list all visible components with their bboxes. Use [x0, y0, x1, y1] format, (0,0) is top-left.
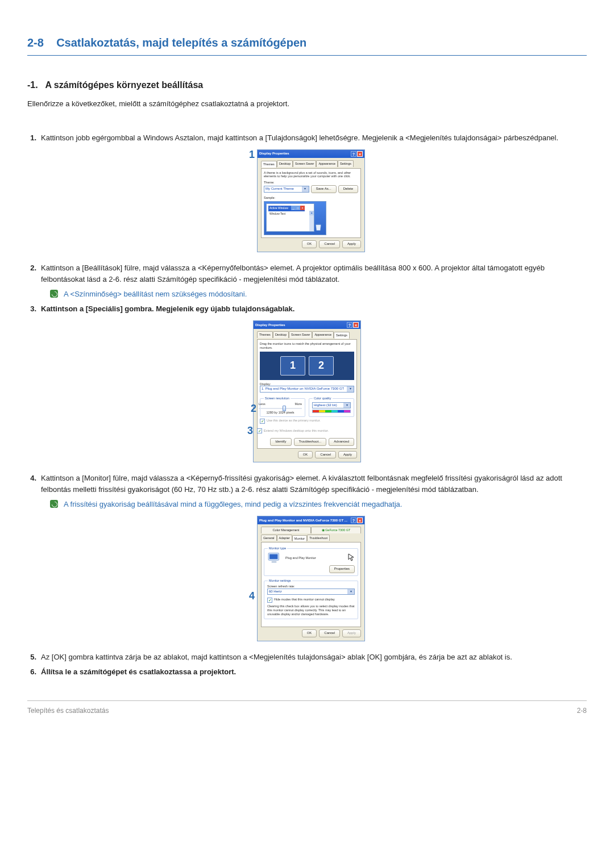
callout-4: 4 — [249, 591, 255, 601]
monitor-2[interactable]: 2 — [309, 356, 334, 375]
monitor-type-title: Monitor type — [268, 546, 287, 551]
extend-checkbox[interactable]: ✓ — [257, 428, 262, 433]
refresh-rate-select[interactable]: 60 Hertz ▾ — [267, 589, 355, 595]
close-icon: × — [300, 206, 305, 210]
save-as-button[interactable]: Save As... — [311, 185, 337, 193]
tab-settings[interactable]: Settings — [338, 160, 354, 167]
identify-button[interactable]: Identify — [270, 438, 291, 445]
display-select[interactable]: 1. Plug and Play Monitor on NVIDIA GeFor… — [260, 386, 354, 392]
preview-window-text: Window Text — [269, 212, 285, 216]
tab-settings[interactable]: Settings — [334, 332, 350, 339]
step-text: Kattintson jobb egérgombbal a Windows As… — [41, 132, 587, 144]
ok-button[interactable]: OK — [302, 629, 317, 637]
close-icon[interactable]: × — [357, 151, 363, 157]
chevron-down-icon: ▾ — [302, 186, 309, 191]
page-footer: Telepítés és csatlakoztatás 2-8 — [27, 700, 587, 716]
dialog-tabs: Themes Desktop Screen Saver Appearance S… — [261, 160, 361, 167]
theme-preview: Active Window _ □ × Window Text ▴ — [264, 201, 326, 235]
cancel-button[interactable]: Cancel — [315, 451, 336, 458]
dialog-display-properties: Display Properties ? × Themes Desktop Sc… — [257, 149, 365, 252]
chevron-down-icon: ▾ — [347, 386, 354, 391]
cursor-icon — [348, 553, 355, 563]
chevron-down-icon: ▾ — [343, 403, 350, 408]
svg-rect-2 — [272, 561, 277, 563]
info-icon — [50, 500, 58, 508]
info-icon — [50, 290, 58, 298]
step-5: 5. Az [OK] gombra kattintva zárja be az … — [27, 652, 587, 663]
scroll-up-icon: ▴ — [309, 211, 314, 215]
section-number: 2-8 — [27, 36, 44, 49]
step-number: 5. — [27, 652, 36, 663]
hide-modes-description: Clearing this check box allows you to se… — [267, 604, 355, 616]
advanced-button[interactable]: Advanced — [329, 438, 354, 445]
delete-button[interactable]: Delete — [338, 185, 358, 193]
colorquality-group: Color quality Highest (32 bit) ▾ — [309, 398, 354, 418]
apply-button[interactable]: Apply — [342, 629, 361, 637]
cancel-button[interactable]: Cancel — [319, 629, 340, 637]
monitor-1[interactable]: 1 — [280, 356, 305, 375]
tab-geforce[interactable]: ◉ GeForce 7300 GT — [311, 527, 361, 533]
tab-themes[interactable]: Themes — [257, 331, 273, 338]
dialog-display-properties-settings: Display Properties ? × Themes Desktop Sc… — [253, 320, 361, 462]
apply-button[interactable]: Apply — [338, 451, 357, 458]
callout-3: 3 — [247, 425, 253, 436]
cancel-button[interactable]: Cancel — [319, 240, 340, 248]
step-number: 6. — [27, 666, 36, 678]
callout-1: 1 — [249, 149, 255, 160]
tab-general[interactable]: General — [261, 535, 277, 541]
apply-button[interactable]: Apply — [342, 240, 361, 248]
step-number: 4. — [27, 473, 36, 495]
primary-checkbox[interactable]: ✓ — [260, 419, 265, 424]
tab-adapter[interactable]: Adapter — [277, 535, 292, 541]
monitor-settings-group: Monitor settings Screen refresh rate: 60… — [264, 581, 358, 619]
note-color-quality: A <Színminőség> beállítást nem szükséges… — [50, 289, 587, 300]
refresh-label: Screen refresh rate: — [267, 585, 355, 589]
figure-display-properties-themes: 1 Display Properties ? × Themes Desktop … — [27, 149, 587, 252]
properties-button[interactable]: Properties — [329, 565, 355, 573]
help-icon[interactable]: ? — [351, 518, 356, 523]
ok-button[interactable]: OK — [298, 451, 313, 458]
step-text: Kattintson a [Speciális] gombra. Megjele… — [41, 303, 587, 315]
sample-label: Sample: — [264, 196, 358, 200]
tab-appearance[interactable]: Appearance — [316, 160, 338, 167]
colorquality-title: Color quality — [313, 396, 333, 401]
hide-modes-checkbox[interactable]: ✓ — [267, 598, 272, 603]
help-icon[interactable]: ? — [347, 322, 352, 328]
ok-button[interactable]: OK — [302, 240, 317, 248]
tab-troubleshoot[interactable]: Troubleshoot — [307, 535, 330, 541]
step-2: 2. Kattintson a [Beállítások] fülre, maj… — [27, 262, 587, 285]
subsection-title-text: A számítógépes környezet beállítása — [45, 80, 203, 90]
intro-text: Ellenőrizze a következőket, mielőtt a sz… — [27, 98, 587, 110]
tab-desktop[interactable]: Desktop — [277, 160, 293, 167]
tab-themes[interactable]: Themes — [261, 161, 277, 168]
step-text: Kattintson a [Monitor] fülre, majd válas… — [41, 473, 587, 495]
dialog-title: Plug and Play Monitor and NVIDIA GeForce… — [259, 518, 347, 523]
tab-monitor[interactable]: Monitor — [292, 535, 307, 542]
color-bar — [312, 410, 351, 413]
theme-select[interactable]: My Current Theme ▾ — [264, 186, 309, 192]
display-label: Display: — [260, 382, 354, 386]
colorquality-select[interactable]: Highest (32 bit) ▾ — [312, 402, 351, 408]
theme-label: Theme: — [264, 181, 358, 185]
callout-2: 2 — [251, 403, 256, 414]
footer-left: Telepítés és csatlakoztatás — [27, 706, 109, 716]
resolution-slider[interactable] — [259, 408, 302, 409]
slider-more: More — [294, 402, 302, 406]
resolution-title: Screen resolution — [264, 396, 291, 401]
step-text: Állítsa le a számítógépet és csatlakozta… — [41, 666, 587, 678]
troubleshoot-button[interactable]: Troubleshoot... — [294, 438, 327, 445]
close-icon[interactable]: × — [353, 322, 359, 328]
help-icon[interactable]: ? — [351, 151, 356, 157]
monitor-type-value: Plug and Play Monitor — [285, 556, 316, 560]
close-icon[interactable]: × — [357, 518, 363, 523]
step-number: 2. — [27, 262, 36, 285]
monitor-arrangement[interactable]: 1 2 — [260, 352, 354, 380]
recycle-bin-icon — [314, 222, 322, 231]
tab-screensaver[interactable]: Screen Saver — [289, 331, 312, 338]
tab-color-management[interactable]: Color Management — [261, 527, 311, 533]
step-number: 1. — [27, 132, 36, 144]
step-text: Kattintson a [Beállítások] fülre, majd v… — [41, 262, 587, 285]
tab-appearance[interactable]: Appearance — [312, 331, 334, 338]
tab-screensaver[interactable]: Screen Saver — [293, 160, 316, 167]
tab-desktop[interactable]: Desktop — [273, 331, 289, 338]
